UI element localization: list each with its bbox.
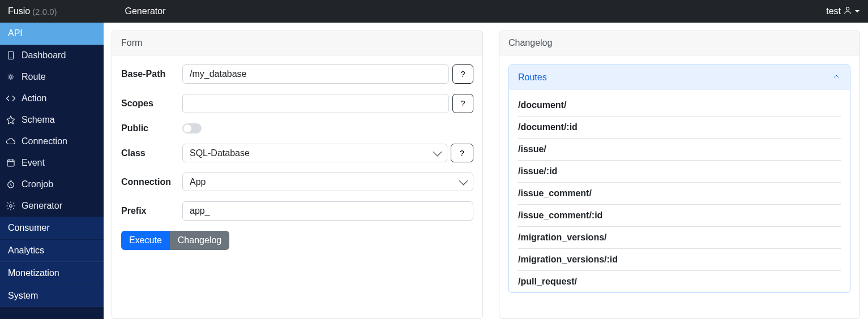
changelog-button[interactable]: Changelog xyxy=(170,231,229,250)
sidebar-group-api[interactable]: API xyxy=(0,23,104,45)
page-title: Generator xyxy=(125,6,165,16)
sidebar-item-dashboard[interactable]: Dashboard xyxy=(0,45,104,66)
sidebar-item-label: Schema xyxy=(22,115,55,125)
routes-accordion-title: Routes xyxy=(518,72,547,83)
route-icon xyxy=(6,72,16,82)
class-select[interactable]: SQL-Database xyxy=(182,144,447,162)
base-path-input[interactable] xyxy=(182,64,449,84)
sidebar-item-route[interactable]: Route xyxy=(0,66,104,88)
person-icon xyxy=(843,6,852,17)
class-help-button[interactable]: ? xyxy=(451,144,473,162)
route-item[interactable]: /issue_comment/:id xyxy=(518,205,841,227)
routes-accordion-header[interactable]: Routes xyxy=(509,65,850,90)
sidebar-item-connection[interactable]: Connection xyxy=(0,131,104,152)
route-item[interactable]: /migration_versions/ xyxy=(518,227,841,249)
form-card: Form Base-Path ? Scopes ? xyxy=(112,31,483,319)
user-name: test xyxy=(826,6,841,16)
sidebar-item-action[interactable]: Action xyxy=(0,88,104,109)
route-item[interactable]: /pull_request/ xyxy=(518,271,841,292)
route-item[interactable]: /migration_versions/:id xyxy=(518,249,841,271)
connection-select[interactable]: App xyxy=(182,173,473,191)
base-path-help-button[interactable]: ? xyxy=(452,64,473,84)
brand-name: Fusio xyxy=(8,6,30,16)
sidebar-group-analytics[interactable]: Analytics xyxy=(0,239,104,262)
tablet-icon xyxy=(6,50,16,61)
calendar-icon xyxy=(6,158,16,168)
route-item[interactable]: /issue/ xyxy=(518,139,841,161)
sidebar-item-label: Generator xyxy=(22,201,62,211)
sidebar-item-label: Dashboard xyxy=(22,50,66,61)
brand-version: (2.0.0) xyxy=(32,7,57,16)
chevron-up-icon xyxy=(832,72,841,83)
sidebar-item-label: Action xyxy=(22,93,46,104)
sidebar-group-consumer[interactable]: Consumer xyxy=(0,217,104,239)
svg-point-10 xyxy=(10,205,12,208)
cog-icon xyxy=(6,201,16,211)
base-path-label: Base-Path xyxy=(121,69,182,79)
route-item[interactable]: /document/ xyxy=(518,94,841,117)
sidebar-group-monetization[interactable]: Monetization xyxy=(0,262,104,284)
scopes-help-button[interactable]: ? xyxy=(452,94,473,113)
svg-marker-4 xyxy=(7,116,15,124)
route-item[interactable]: /issue_comment/ xyxy=(518,183,841,205)
svg-point-0 xyxy=(846,7,849,10)
svg-point-3 xyxy=(10,76,12,79)
sidebar-item-cronjob[interactable]: Cronjob xyxy=(0,174,104,195)
code-icon xyxy=(6,93,16,104)
form-card-header: Form xyxy=(112,31,482,55)
topbar: Fusio (2.0.0) Generator test xyxy=(0,0,868,23)
caret-down-icon xyxy=(854,6,860,16)
sidebar-item-event[interactable]: Event xyxy=(0,152,104,174)
execute-button[interactable]: Execute xyxy=(121,231,170,250)
star-icon xyxy=(6,115,16,125)
routes-list: /document/ /document/:id /issue/ /issue/… xyxy=(509,90,850,292)
sidebar-item-schema[interactable]: Schema xyxy=(0,109,104,131)
routes-accordion: Routes /document/ /document/:id /issue/ … xyxy=(508,64,850,293)
svg-rect-5 xyxy=(7,160,14,166)
public-toggle[interactable] xyxy=(182,123,202,133)
public-label: Public xyxy=(121,123,182,133)
changelog-card: Changelog Routes /document/ /document/:i… xyxy=(499,31,860,319)
scopes-input[interactable] xyxy=(182,94,449,113)
prefix-label: Prefix xyxy=(121,206,182,216)
sidebar-item-label: Route xyxy=(22,72,46,82)
connection-label: Connection xyxy=(121,177,182,187)
route-item[interactable]: /issue/:id xyxy=(518,161,841,183)
scopes-label: Scopes xyxy=(121,98,182,109)
route-item[interactable]: /document/:id xyxy=(518,117,841,139)
sidebar-item-label: Cronjob xyxy=(22,179,53,189)
sidebar-item-label: Event xyxy=(22,158,45,168)
class-label: Class xyxy=(121,148,182,158)
sidebar-group-system[interactable]: System xyxy=(0,284,104,307)
changelog-card-header: Changelog xyxy=(499,31,860,55)
clock-icon xyxy=(6,179,16,189)
sidebar: API Dashboard Route Action Schema Connec… xyxy=(0,23,104,319)
cloud-icon xyxy=(6,136,16,146)
sidebar-item-label: Connection xyxy=(22,136,67,146)
sidebar-item-generator[interactable]: Generator xyxy=(0,195,104,217)
prefix-input[interactable] xyxy=(182,201,473,221)
user-menu[interactable]: test xyxy=(826,6,860,17)
